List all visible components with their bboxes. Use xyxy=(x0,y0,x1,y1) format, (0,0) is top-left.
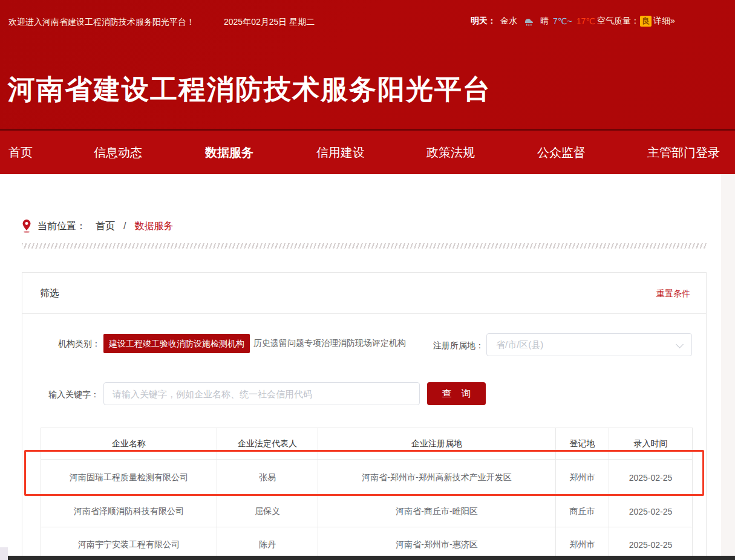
col-header-company: 企业名称 xyxy=(41,428,217,460)
top-utility-bar: 欢迎进入河南省建设工程消防技术服务阳光平台！ 2025年02月25日 星期二 明… xyxy=(0,0,735,36)
cell-company: 河南固瑞工程质量检测有限公司 xyxy=(41,460,217,496)
cell-registration-city: 商丘市 xyxy=(556,496,609,527)
nav-item-credit[interactable]: 信用建设 xyxy=(316,131,365,174)
weather-condition: 晴 xyxy=(540,16,549,27)
welcome-text: 欢迎进入河南省建设工程消防技术服务阳光平台！ xyxy=(8,17,195,28)
breadcrumb-current[interactable]: 数据服务 xyxy=(134,220,173,233)
category-label: 机构类别： xyxy=(58,339,100,350)
cell-entry-date: 2025-02-25 xyxy=(609,460,693,496)
table-row[interactable]: 河南宇宁安装工程有限公司 陈丹 河南省-郑州市-惠济区 郑州市 2025-02-… xyxy=(41,527,693,560)
region-select[interactable]: 省/市/区(县) xyxy=(486,333,692,356)
filter-panel-title: 筛选 xyxy=(40,287,59,300)
keyword-input[interactable] xyxy=(103,382,420,405)
breadcrumb-home[interactable]: 首页 xyxy=(96,220,115,233)
right-edge-strip xyxy=(721,174,735,560)
region-select-placeholder: 省/市/区(县) xyxy=(496,339,543,351)
cell-registered-place: 河南省-郑州市-惠济区 xyxy=(318,527,556,560)
chevron-down-icon xyxy=(677,342,683,348)
nav-item-admin-login[interactable]: 主管部门登录 xyxy=(647,131,720,174)
breadcrumb: 当前位置： 首页 / 数据服务 xyxy=(22,219,173,233)
filter-panel-header: 筛选 重置条件 xyxy=(22,273,706,314)
page: 欢迎进入河南省建设工程消防技术服务阳光平台！ 2025年02月25日 星期二 明… xyxy=(0,0,735,560)
search-button[interactable]: 查 询 xyxy=(427,382,486,405)
cell-registered-place: 河南省-郑州市-郑州高新技术产业开发区 xyxy=(318,460,556,496)
table-row[interactable]: 河南固瑞工程质量检测有限公司 张易 河南省-郑州市-郑州高新技术产业开发区 郑州… xyxy=(41,460,693,496)
nav-item-data-service[interactable]: 数据服务 xyxy=(205,131,253,174)
col-header-legal-rep: 企业法定代表人 xyxy=(217,428,318,460)
nav-item-policy[interactable]: 政策法规 xyxy=(426,131,475,174)
col-header-registration-city: 登记地 xyxy=(556,428,609,460)
temp-high: 17℃ xyxy=(577,16,595,26)
col-header-entry-date: 录入时间 xyxy=(609,428,693,460)
nav-item-home[interactable]: 首页 xyxy=(8,131,33,174)
main-nav: 首页 信息动态 数据服务 信用建设 政策法规 公众监督 主管部门登录 xyxy=(0,129,735,174)
cell-legal-rep: 张易 xyxy=(217,460,318,496)
cell-registered-place: 河南省-商丘市-睢阳区 xyxy=(318,496,556,527)
aqi-badge: 良 xyxy=(640,16,652,27)
weather-detail-link[interactable]: 详细» xyxy=(653,16,675,27)
cell-registration-city: 郑州市 xyxy=(556,460,609,496)
date-text: 2025年02月25日 星期二 xyxy=(224,17,315,28)
results-table: 企业名称 企业法定代表人 企业注册属地 登记地 录入时间 河南固瑞工程质量检测有… xyxy=(41,428,693,560)
temp-low: 7℃~ xyxy=(553,16,572,26)
cell-registration-city: 郑州市 xyxy=(556,527,609,560)
aqi-label: 空气质量： xyxy=(597,16,639,27)
category-option-other[interactable]: 历史遗留问题专项治理消防现场评定机构 xyxy=(253,338,406,349)
weather-city: 金水 xyxy=(500,16,517,27)
weather-bar: 明天： 金水 晴 7℃~ 17℃ 空气质量： 良 详细» xyxy=(471,16,675,27)
breadcrumb-separator: / xyxy=(123,221,126,232)
reset-filters-link[interactable]: 重置条件 xyxy=(656,288,690,299)
location-pin-icon xyxy=(22,219,31,233)
cell-legal-rep: 屈保义 xyxy=(217,496,318,527)
nav-item-supervision[interactable]: 公众监督 xyxy=(537,131,586,174)
cell-entry-date: 2025-02-25 xyxy=(609,527,693,560)
cell-entry-date: 2025-02-25 xyxy=(609,496,693,527)
cell-company: 河南省泽顺消防科技有限公司 xyxy=(41,496,217,527)
footer-top-bar xyxy=(8,556,735,560)
cell-company: 河南宇宁安装工程有限公司 xyxy=(41,527,217,560)
site-title: 河南省建设工程消防技术服务阳光平台 xyxy=(8,71,491,108)
breadcrumb-label: 当前位置： xyxy=(38,220,86,233)
cell-legal-rep: 陈丹 xyxy=(217,527,318,560)
keyword-label: 输入关键字： xyxy=(48,389,99,400)
table-header-row: 企业名称 企业法定代表人 企业注册属地 登记地 录入时间 xyxy=(41,428,693,460)
category-option-selected[interactable]: 建设工程竣工验收消防设施检测机构 xyxy=(103,334,250,353)
nav-item-news[interactable]: 信息动态 xyxy=(94,131,142,174)
col-header-registered-place: 企业注册属地 xyxy=(318,428,556,460)
weather-icon xyxy=(521,16,536,27)
slash-divider xyxy=(22,243,707,249)
masthead: 欢迎进入河南省建设工程消防技术服务阳光平台！ 2025年02月25日 星期二 明… xyxy=(0,0,735,129)
weather-tomorrow-label: 明天： xyxy=(471,16,496,27)
table-row[interactable]: 河南省泽顺消防科技有限公司 屈保义 河南省-商丘市-睢阳区 商丘市 2025-0… xyxy=(41,496,693,527)
filter-panel: 筛选 重置条件 机构类别： 建设工程竣工验收消防设施检测机构 历史遗留问题专项治… xyxy=(22,272,707,560)
bottom-left-patch xyxy=(0,547,8,560)
region-label: 注册所属地： xyxy=(433,340,484,351)
